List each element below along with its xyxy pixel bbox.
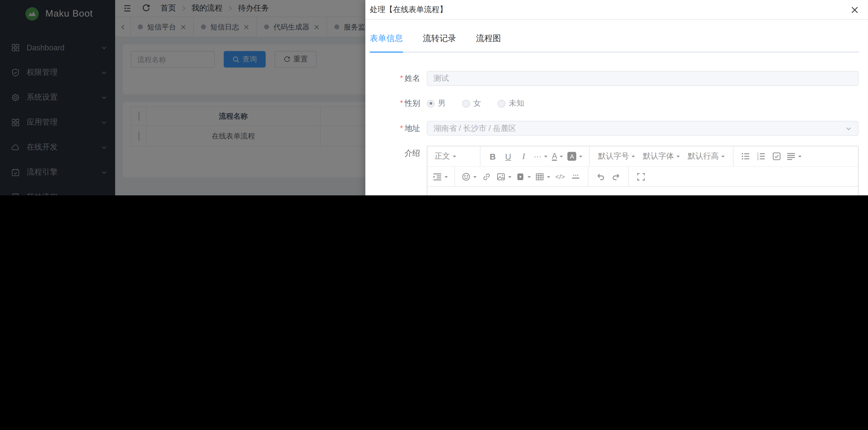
gender-field-row: *性别 男 女 (370, 96, 859, 111)
caret-down-icon (677, 156, 680, 159)
close-icon[interactable] (850, 5, 859, 14)
tab-flow-diagram[interactable]: 流程图 (476, 29, 501, 51)
editor-text: 测试Online在线表单 (434, 195, 502, 195)
address-select[interactable]: 湖南省 / 长沙市 / 岳麓区 (427, 121, 859, 136)
caret-down-icon (632, 156, 635, 159)
name-input[interactable]: 测试 (427, 71, 859, 86)
align-dropdown[interactable] (785, 149, 803, 163)
font-family-dropdown[interactable]: 默认字体 (640, 149, 683, 163)
chevron-down-icon (845, 125, 852, 132)
toolbar-divider (588, 167, 588, 187)
table-dropdown[interactable] (534, 169, 552, 184)
toolbar-divider (628, 167, 629, 187)
radio-unknown[interactable]: 未知 (498, 98, 524, 109)
radio-label: 男 (438, 98, 445, 109)
caret-down-icon (579, 156, 583, 159)
editor-content[interactable]: 测试Online在线表单 (428, 187, 858, 195)
indent-dropdown[interactable] (431, 169, 450, 184)
task-form: *姓名 测试 *性别 (370, 71, 859, 195)
caret-down-icon (508, 176, 512, 179)
redo-icon[interactable] (609, 169, 623, 184)
name-label: *姓名 (370, 71, 420, 86)
fullscreen-icon[interactable] (634, 169, 648, 184)
svg-text:3: 3 (757, 157, 759, 161)
required-marker: * (400, 99, 403, 108)
toolbar-divider (589, 146, 590, 166)
code-block-icon[interactable]: </> (553, 169, 567, 184)
caret-down-icon (473, 176, 476, 179)
caret-down-icon (544, 156, 548, 159)
undo-icon[interactable] (593, 169, 608, 184)
ordered-list-icon[interactable]: 123 (754, 149, 768, 163)
process-drawer: 处理【在线表单流程】 表单信息 流转记录 流程图 *姓名 测试 (365, 0, 868, 195)
tab-form-info[interactable]: 表单信息 (370, 29, 403, 51)
caret-down-icon (528, 176, 531, 179)
intro-field-row: 介绍 正文 “ B U I ··· (370, 146, 859, 195)
image-dropdown[interactable] (495, 169, 513, 184)
task-list-icon[interactable] (770, 149, 784, 163)
caret-down-icon (444, 176, 448, 179)
name-value: 测试 (434, 74, 449, 84)
blockquote-icon[interactable]: “ (461, 149, 475, 163)
background-color-dropdown[interactable]: A (566, 149, 584, 163)
radio-circle-icon (462, 99, 470, 107)
drawer-header: 处理【在线表单流程】 (365, 0, 868, 20)
emoji-dropdown[interactable] (460, 169, 478, 184)
caret-down-icon (798, 156, 802, 159)
line-height-dropdown[interactable]: 默认行高 (684, 149, 728, 163)
caret-down-icon (453, 156, 456, 159)
required-marker: * (400, 124, 403, 133)
drawer-tabs: 表单信息 流转记录 流程图 (370, 29, 859, 53)
underline-icon[interactable]: U (501, 149, 515, 163)
name-field-row: *姓名 测试 (370, 71, 859, 86)
radio-circle-icon (498, 99, 505, 107)
drawer-body: 表单信息 流转记录 流程图 *姓名 测试 (365, 20, 868, 195)
intro-label: 介绍 (370, 146, 420, 195)
bold-icon[interactable]: B (486, 149, 500, 163)
italic-icon[interactable]: I (517, 149, 531, 163)
rich-text-editor: 正文 “ B U I ··· A A (427, 146, 859, 195)
gender-label: *性别 (370, 96, 420, 111)
toolbar-divider (480, 146, 480, 166)
address-value: 湖南省 / 长沙市 / 岳麓区 (434, 123, 516, 134)
font-size-dropdown[interactable]: 默认字号 (595, 149, 639, 163)
radio-female[interactable]: 女 (462, 98, 481, 109)
address-label: *地址 (370, 121, 420, 136)
drawer-title: 处理【在线表单流程】 (370, 5, 850, 15)
radio-label: 女 (473, 98, 481, 109)
video-dropdown[interactable] (514, 169, 533, 184)
caret-down-icon (547, 176, 550, 179)
paragraph-style-dropdown[interactable]: 正文 (431, 149, 459, 163)
bullet-list-icon[interactable] (739, 149, 753, 163)
radio-circle-icon (427, 99, 434, 107)
gender-radio-group: 男 女 未知 (427, 96, 859, 111)
toolbar-divider (454, 167, 455, 187)
radio-label: 未知 (509, 98, 524, 109)
toolbar-divider (733, 146, 734, 166)
radio-male[interactable]: 男 (427, 98, 445, 109)
address-field-row: *地址 湖南省 / 长沙市 / 岳麓区 (370, 121, 859, 136)
caret-down-icon (721, 156, 725, 159)
required-marker: * (400, 74, 403, 83)
caret-down-icon (560, 156, 563, 159)
more-styles-dropdown[interactable]: ··· (532, 149, 549, 163)
tab-flow-records[interactable]: 流转记录 (423, 29, 456, 51)
horizontal-rule-icon[interactable] (568, 169, 583, 184)
font-color-dropdown[interactable]: A (550, 149, 565, 163)
link-icon[interactable] (479, 169, 494, 184)
app-window: Maku Boot Dashboard 权限管理 系统设置 应用管理 (0, 0, 868, 195)
editor-toolbar: 正文 “ B U I ··· A A (428, 146, 858, 187)
